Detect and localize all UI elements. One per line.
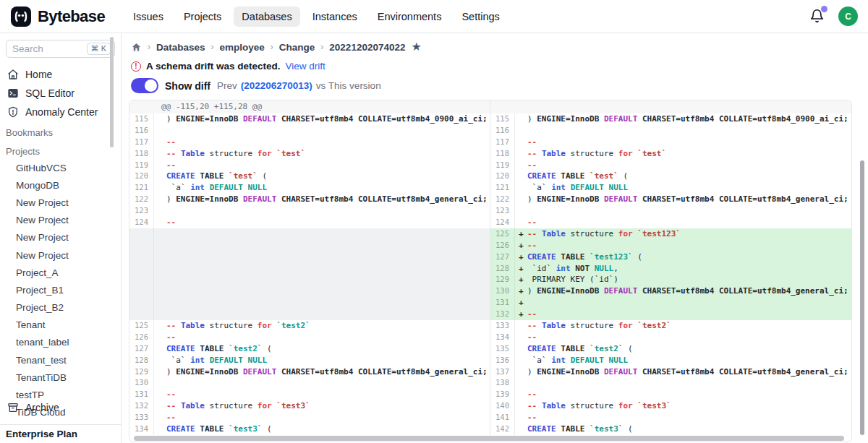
diff-line: 142 CREATE TABLE `test3` ( [490,423,851,435]
line-marker [519,355,527,366]
diff-line: 119 -- [490,160,851,171]
nav-item-issues[interactable]: Issues [125,7,171,27]
line-code: + [515,297,527,309]
sidebar-project-item[interactable]: New Project [0,212,121,229]
line-number: 125 [490,228,515,240]
line-number: 133 [490,320,515,332]
bytebase-logo[interactable]: Bytebase [10,6,105,27]
line-marker [519,182,527,194]
sidebar-project-item[interactable]: Project_A [0,264,121,281]
breadcrumb-item[interactable]: 20221202074022 [329,42,405,53]
bytebase-logo-icon [10,6,32,27]
breadcrumb-item[interactable]: Databases [156,42,205,53]
nav-item-projects[interactable]: Projects [176,7,229,27]
diff-line: 132+-- [490,309,851,320]
prev-label: Prev [217,80,237,91]
sidebar-project-item[interactable]: Tenant_test [0,351,121,369]
breadcrumb-home-icon[interactable] [131,42,142,53]
sidebar-project-item[interactable]: Project_B2 [0,299,121,317]
diff-line: 120 CREATE TABLE `test` ( [490,171,851,182]
breadcrumb-item[interactable]: employee [220,42,265,53]
diff-gap-row [129,251,490,263]
line-marker [519,320,527,332]
sidebar-project-item[interactable]: New Project [0,194,121,211]
notification-bell-icon[interactable] [809,9,825,25]
line-code: ) ENGINE=InnoDB DEFAULT CHARSET=utf8mb4 … [515,113,848,125]
line-marker [158,217,166,228]
star-icon[interactable]: ★ [411,41,421,53]
sidebar-item-anomaly-center[interactable]: Anomaly Center [0,103,121,121]
line-number [129,274,154,285]
sidebar-item-sql-editor[interactable]: SQL Editor [0,84,121,103]
diff-line: 119 -- [129,160,490,171]
diff-horizontal-scrollbar[interactable] [134,436,844,441]
chevron-right-icon: › [271,42,273,52]
nav-item-instances[interactable]: Instances [305,7,365,27]
diff-line: 123 [129,205,490,217]
line-number: 130 [490,285,515,297]
diff-line: 127+CREATE TABLE `test123` ( [490,251,851,263]
diff-gap-row [129,263,490,275]
nav-item-environments[interactable]: Environments [370,7,450,27]
line-marker [519,217,527,228]
sidebar-section-projects[interactable]: Projects [0,140,121,159]
nav-item-databases[interactable]: Databases [234,7,299,27]
sidebar-project-item[interactable]: MongoDB [0,176,121,194]
sidebar-scrollbar[interactable] [110,37,114,147]
diff-line: 131 -- [129,389,490,400]
line-marker [519,113,527,125]
page-vertical-scrollbar[interactable] [860,160,864,435]
nav-item-settings[interactable]: Settings [454,7,507,27]
line-number: 129 [490,274,515,285]
show-diff-toggle[interactable] [131,78,158,93]
line-marker [519,194,527,205]
line-marker [158,332,166,343]
diff-line: 138 [490,377,851,389]
sidebar-project-item[interactable]: TenantTiDB [0,369,121,386]
line-code: +-- Table structure for `test123` [515,228,681,240]
search-box[interactable]: ⌘ K [6,40,115,58]
line-marker [519,400,527,412]
drift-message: A schema drift was detected. [146,61,281,72]
sidebar-project-item[interactable]: Project_B1 [0,281,121,298]
line-marker [519,389,527,400]
sidebar-project-item[interactable]: New Project [0,229,121,246]
line-number: 120 [129,171,154,182]
diff-gap-row [129,309,490,320]
line-number: 127 [490,251,515,263]
sidebar-project-item[interactable]: GitHubVCS [0,159,121,176]
line-code: -- Table structure for `test` [154,148,305,160]
line-number [129,228,154,240]
avatar[interactable]: C [838,7,858,26]
sidebar-item-archive[interactable]: Archive [0,398,121,417]
line-marker [158,137,166,148]
line-number: 121 [490,182,515,194]
line-number: 126 [490,240,515,251]
schema-diff-view: @@ -115,20 +115,28 @@ 115 ) ENGINE=InnoD… [129,100,852,442]
prev-version-link[interactable]: (202206270013) [241,80,312,91]
search-input[interactable] [12,43,77,54]
sidebar-project-item[interactable]: New Project [0,246,121,264]
line-code: -- [154,217,176,228]
breadcrumb-item[interactable]: Change [279,42,315,53]
line-code: ) ENGINE=InnoDB DEFAULT CHARSET=utf8mb4 … [154,366,488,378]
diff-line: 131+ [490,297,851,309]
line-code: `a` int DEFAULT NULL [154,355,267,366]
view-drift-link[interactable]: View drift [286,61,326,72]
line-number: 119 [490,160,515,171]
line-number: 126 [129,332,154,343]
brand-name: Bytebase [38,7,105,26]
added-line-marker: + [519,285,527,297]
line-marker [158,113,166,125]
diff-line: 121 `a` int DEFAULT NULL [490,182,851,194]
line-marker [158,125,166,137]
top-nav: Bytebase IssuesProjectsDatabasesInstance… [0,0,868,33]
sidebar-item-home[interactable]: Home [0,65,121,84]
breadcrumb: ›Databases›employee›Change›2022120207402… [131,41,422,53]
line-marker [519,125,527,137]
line-number: 124 [129,217,154,228]
diff-line: 128 `a` int DEFAULT NULL [129,355,490,366]
sidebar-project-item[interactable]: Tenant [0,317,121,334]
sidebar-project-item[interactable]: tenant_label [0,334,121,351]
sidebar-section-bookmarks[interactable]: Bookmarks [0,121,121,140]
